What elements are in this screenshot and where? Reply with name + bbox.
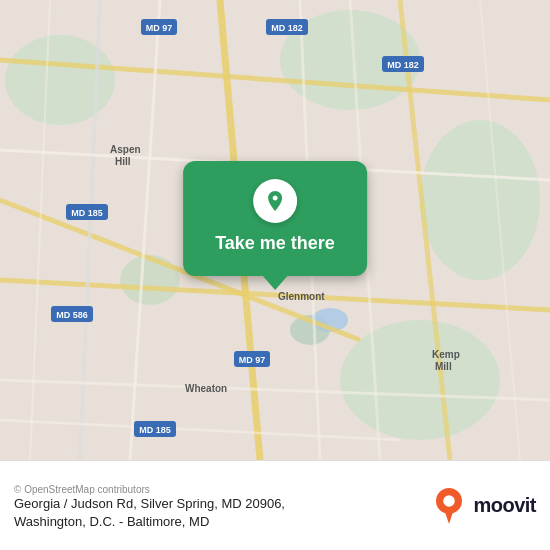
- attribution: © OpenStreetMap contributors: [14, 484, 419, 495]
- svg-text:MD 185: MD 185: [139, 425, 171, 435]
- address-line: Georgia / Judson Rd, Silver Spring, MD 2…: [14, 495, 419, 531]
- address-text-line2: Washington, D.C. - Baltimore, MD: [14, 514, 209, 529]
- svg-text:Mill: Mill: [435, 361, 452, 372]
- location-pin-icon: [253, 179, 297, 223]
- svg-text:MD 185: MD 185: [71, 208, 103, 218]
- svg-text:MD 182: MD 182: [387, 60, 419, 70]
- moovit-pin-icon: [431, 488, 467, 524]
- moovit-logo-text: moovit: [473, 494, 536, 517]
- svg-point-1: [340, 320, 500, 440]
- svg-point-5: [120, 255, 180, 305]
- svg-text:Glenmont: Glenmont: [278, 291, 325, 302]
- svg-point-2: [420, 120, 540, 280]
- moovit-logo: moovit: [431, 488, 536, 524]
- address-block: © OpenStreetMap contributors Georgia / J…: [14, 480, 419, 531]
- svg-text:Aspen: Aspen: [110, 144, 141, 155]
- bottom-bar: © OpenStreetMap contributors Georgia / J…: [0, 460, 550, 550]
- cta-label: Take me there: [215, 233, 335, 254]
- svg-marker-44: [445, 511, 454, 524]
- cta-overlay[interactable]: Take me there: [183, 161, 367, 276]
- svg-text:Wheaton: Wheaton: [185, 383, 227, 394]
- cta-button[interactable]: Take me there: [183, 161, 367, 276]
- openstreetmap-credit: © OpenStreetMap contributors: [14, 484, 150, 495]
- svg-text:MD 97: MD 97: [146, 23, 173, 33]
- svg-text:MD 586: MD 586: [56, 310, 88, 320]
- svg-text:MD 97: MD 97: [239, 355, 266, 365]
- address-text-line1: Georgia / Judson Rd, Silver Spring, MD 2…: [14, 496, 285, 511]
- svg-text:Hill: Hill: [115, 156, 131, 167]
- svg-point-43: [444, 495, 456, 507]
- svg-text:MD 182: MD 182: [271, 23, 303, 33]
- svg-text:Kemp: Kemp: [432, 349, 460, 360]
- map-container: MD 182 MD 182 MD 97 MD 97 MD 185 MD 185 …: [0, 0, 550, 460]
